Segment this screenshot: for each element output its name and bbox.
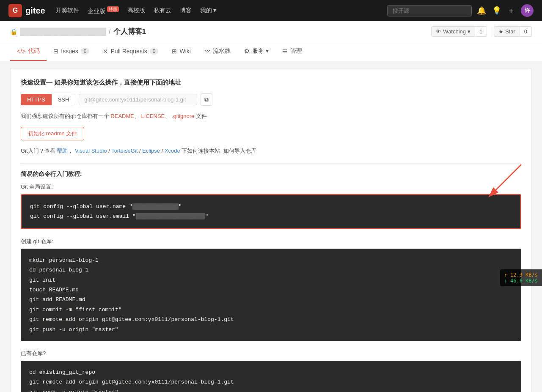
tab-services[interactable]: ⚙ 服务 ▾ — [237, 42, 275, 61]
main-content: 快速设置— 如果你知道该怎么操作，直接使用下面的地址 HTTPS SSH ⧉ 我… — [10, 68, 532, 392]
logo[interactable]: G gitee — [8, 4, 45, 17]
readme-link[interactable]: README — [110, 113, 134, 119]
user-avatar[interactable]: 许 — [521, 4, 534, 17]
repo-url-input[interactable] — [79, 94, 197, 105]
issues-badge: 0 — [81, 48, 90, 55]
nav-private-cloud[interactable]: 私有云 — [154, 7, 171, 14]
git-global-title: Git 全局设置: — [21, 183, 521, 191]
pr-badge: 0 — [150, 48, 159, 55]
xcode-link[interactable]: Xcode — [165, 148, 180, 154]
pipeline-icon: 〰 — [204, 48, 210, 55]
star-group: ★ Star 0 — [490, 26, 532, 37]
tab-pipeline[interactable]: 〰 流水线 — [198, 42, 237, 61]
nav-icons: 🔔 💡 ＋ 许 — [477, 4, 534, 17]
license-link[interactable]: LICENSE — [141, 113, 165, 119]
watch-label: Watching — [443, 28, 466, 35]
visual-studio-link[interactable]: Visual Studio — [75, 148, 107, 154]
repo-username: ██████████████████ — [20, 28, 106, 36]
watch-button[interactable]: 👁 Watching ▾ — [431, 26, 475, 37]
logo-icon: G — [8, 4, 22, 17]
download-speed: ↓ 46.6 KB/s — [504, 278, 538, 284]
tab-wiki[interactable]: ⊞ Wiki — [165, 42, 197, 61]
tortoisegit-link[interactable]: TortoiseGit — [111, 148, 138, 154]
star-label: ★ Star — [498, 28, 515, 35]
logo-text: gitee — [25, 6, 45, 16]
init-readme-button[interactable]: 初始化 readme 文件 — [21, 127, 84, 140]
lock-icon: 🔒 — [10, 28, 17, 35]
create-repo-code: mkdir personal-blog-1 cd personal-blog-1… — [21, 249, 521, 341]
tab-pr-label: Pull Requests — [110, 48, 147, 55]
eclipse-link[interactable]: Eclipse — [142, 148, 160, 154]
create-repo-title: 创建 git 仓库: — [21, 238, 521, 245]
nav-blog[interactable]: 博客 — [180, 7, 192, 14]
nav-mine[interactable]: 我的 ▾ — [200, 7, 217, 14]
add-icon[interactable]: ＋ — [507, 5, 515, 16]
search-input[interactable] — [387, 5, 472, 16]
readme-suggestion: 我们强烈建议所有的git仓库都有一个 README、 LICENSE、 .git… — [21, 112, 521, 120]
wiki-icon: ⊞ — [172, 48, 177, 55]
issues-icon: ⊟ — [53, 48, 58, 55]
repo-header: 🔒 ██████████████████ / 个人博客1 👁 Watching … — [0, 21, 542, 42]
nav-university[interactable]: 高校版 — [127, 7, 145, 14]
commands-title: 简易的命令行入门教程: — [21, 170, 521, 178]
ssh-button[interactable]: SSH — [52, 94, 76, 105]
existing-repo-code: cd existing_git_repo git remote add orig… — [21, 361, 521, 392]
nav-links: 开源软件 企业版 特惠 高校版 私有云 博客 我的 ▾ — [55, 6, 217, 15]
quick-setup-title: 快速设置— 如果你知道该怎么操作，直接使用下面的地址 — [21, 79, 521, 87]
chevron-down-icon: ▾ — [468, 28, 470, 35]
tab-pipeline-label: 流水线 — [213, 47, 231, 55]
special-badge: 特惠 — [107, 6, 119, 12]
copy-button[interactable]: ⧉ — [201, 93, 212, 106]
services-icon: ⚙ — [244, 48, 250, 55]
code-icon: </> — [17, 48, 25, 55]
tab-manage[interactable]: ☰ 管理 — [275, 42, 309, 61]
network-speed-widget: ↑ 12.3 KB/s ↓ 46.6 KB/s — [500, 269, 542, 286]
gitignore-link[interactable]: .gitignore — [172, 113, 194, 119]
repo-separator: / — [109, 28, 110, 36]
url-box: ⧉ — [79, 93, 212, 106]
nav-enterprise[interactable]: 企业版 特惠 — [88, 6, 119, 15]
top-navigation: G gitee 开源软件 企业版 特惠 高校版 私有云 博客 我的 ▾ 🔔 💡 … — [0, 0, 542, 21]
eye-icon: 👁 — [436, 28, 441, 35]
nav-opensource[interactable]: 开源软件 — [55, 7, 79, 14]
tab-issues-label: Issues — [61, 48, 78, 55]
watch-group: 👁 Watching ▾ 1 — [431, 26, 487, 37]
explore-icon[interactable]: 💡 — [492, 6, 501, 15]
search-area: 🔔 💡 ＋ 许 — [387, 4, 534, 17]
git-help-text: Git入门？查看 帮助， Visual Studio / TortoiseGit… — [21, 147, 521, 155]
git-global-section: git config --global user.name "█████████… — [21, 194, 521, 229]
tab-code-label: 代码 — [28, 47, 40, 55]
tab-wiki-label: Wiki — [179, 48, 190, 55]
tab-services-label: 服务 ▾ — [252, 47, 269, 55]
tab-issues[interactable]: ⊟ Issues 0 — [47, 42, 96, 61]
tab-navigation: </> 代码 ⊟ Issues 0 ⤨ Pull Requests 0 ⊞ Wi… — [0, 42, 542, 61]
help-link[interactable]: 帮助 — [57, 148, 68, 154]
bell-icon[interactable]: 🔔 — [477, 6, 486, 15]
star-count: 0 — [520, 26, 532, 37]
tab-manage-label: 管理 — [290, 47, 302, 55]
divider — [21, 163, 521, 164]
tab-code[interactable]: </> 代码 — [10, 42, 47, 61]
git-global-code: git config --global user.name "█████████… — [21, 194, 521, 229]
protocol-selector: HTTPS SSH ⧉ — [21, 93, 521, 106]
repo-actions: 👁 Watching ▾ 1 ★ Star 0 — [431, 26, 532, 37]
red-arrow-svg — [462, 160, 530, 203]
watch-count: 1 — [475, 26, 487, 37]
red-arrow-container — [462, 160, 530, 204]
https-button[interactable]: HTTPS — [21, 94, 52, 105]
repo-path: 🔒 ██████████████████ / 个人博客1 — [10, 27, 146, 36]
star-button[interactable]: ★ Star — [494, 26, 520, 37]
existing-repo-title: 已有仓库? — [21, 350, 521, 357]
pr-icon: ⤨ — [103, 48, 108, 55]
manage-icon: ☰ — [282, 48, 288, 55]
repo-name: 个人博客1 — [113, 27, 146, 36]
upload-speed: ↑ 12.3 KB/s — [504, 272, 538, 278]
tab-pullrequests[interactable]: ⤨ Pull Requests 0 — [96, 42, 165, 61]
